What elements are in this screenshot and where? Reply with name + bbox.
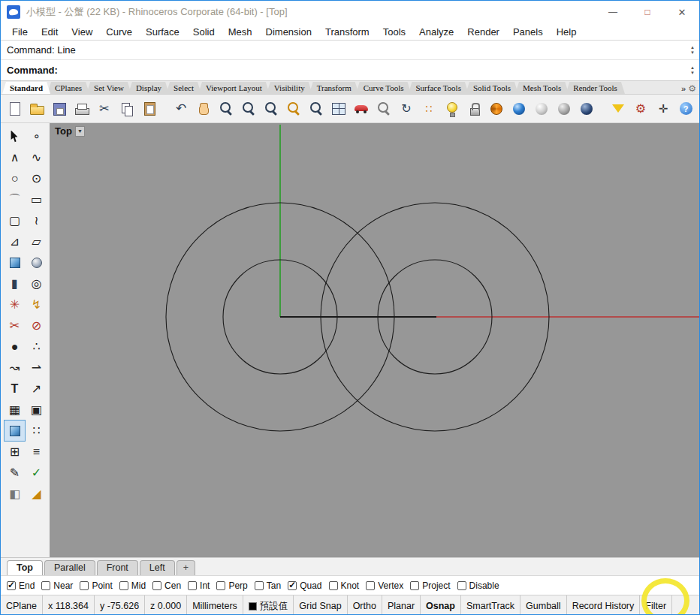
osnap-knot[interactable]: Knot xyxy=(329,580,360,591)
menu-file[interactable]: File xyxy=(5,25,35,39)
trim-tool-icon[interactable]: ✂ xyxy=(5,315,25,336)
boolean-tool-icon[interactable]: ● xyxy=(5,336,25,357)
stack-tool-icon[interactable]: ≡ xyxy=(26,442,47,462)
cut-icon[interactable]: ✂ xyxy=(95,99,114,119)
tab-visibility[interactable]: Visibility xyxy=(267,82,312,94)
display-mode-icon[interactable] xyxy=(374,99,394,119)
osnap-end[interactable]: End xyxy=(7,580,35,591)
viewport-canvas[interactable] xyxy=(50,123,699,557)
rounded-rectangle-tool-icon[interactable]: ▢ xyxy=(5,210,25,231)
osnap-quad[interactable]: Quad xyxy=(288,580,321,591)
split-tool-icon[interactable]: ⊘ xyxy=(26,315,47,336)
tab-standard[interactable]: Standard xyxy=(2,82,50,94)
edit-tool-icon[interactable]: ✎ xyxy=(5,463,25,483)
rendered-display-icon[interactable] xyxy=(509,99,529,119)
tab-select[interactable]: Select xyxy=(166,82,201,94)
quad-checkbox[interactable] xyxy=(288,581,297,590)
viewport-title-text[interactable]: Top xyxy=(55,125,72,137)
command-prompt-text[interactable]: Command: xyxy=(1,65,58,76)
end-checkbox[interactable] xyxy=(7,581,16,590)
arc-tool-icon[interactable]: ⌒ xyxy=(5,189,25,210)
grid-tool-icon[interactable]: ⊞ xyxy=(5,442,25,462)
knot-checkbox[interactable] xyxy=(329,581,338,590)
close-button[interactable]: ✕ xyxy=(665,1,699,23)
osnap-perp[interactable]: Perp xyxy=(216,580,247,591)
tab-solid-tools[interactable]: Solid Tools xyxy=(466,82,518,94)
smarttrack-toggle[interactable]: SmartTrack xyxy=(461,595,520,615)
osnap-disable[interactable]: Disable xyxy=(457,580,499,591)
maximize-button[interactable]: □ xyxy=(630,1,665,23)
viewport-title[interactable]: Top ▼ xyxy=(55,125,85,137)
open-file-icon[interactable] xyxy=(27,99,47,119)
zoom-window-icon[interactable] xyxy=(261,99,281,119)
lamp-icon[interactable] xyxy=(442,99,461,119)
check-tool-icon[interactable]: ✓ xyxy=(26,463,47,483)
blend-curve-tool-icon[interactable]: ↝ xyxy=(5,357,25,378)
project-checkbox[interactable] xyxy=(410,581,419,590)
zoom-selected-icon[interactable] xyxy=(284,99,303,119)
fillet-tool-icon[interactable]: ↯ xyxy=(26,294,47,315)
disable-checkbox[interactable] xyxy=(457,581,466,590)
menu-render[interactable]: Render xyxy=(460,25,506,39)
cplane-button[interactable]: CPlane xyxy=(1,595,43,615)
zoom-extents-icon[interactable] xyxy=(216,99,236,119)
leader-tool-icon[interactable]: ↗ xyxy=(26,378,47,399)
osnap-points-icon[interactable]: ∷ xyxy=(419,99,439,119)
zoom-dynamic-icon[interactable] xyxy=(239,99,258,119)
box-tool-icon[interactable] xyxy=(5,252,25,273)
new-file-icon[interactable] xyxy=(5,99,24,119)
print-icon[interactable] xyxy=(72,99,92,119)
cylinder-tool-icon[interactable]: ▮ xyxy=(5,273,25,294)
zoom-back-icon[interactable] xyxy=(306,99,326,119)
menu-mesh[interactable]: Mesh xyxy=(222,25,259,39)
tab-viewport-layout[interactable]: Viewport Layout xyxy=(198,82,270,94)
curve-tool-icon[interactable]: ∿ xyxy=(26,147,47,167)
menu-curve[interactable]: Curve xyxy=(99,25,139,39)
osnap-near[interactable]: Near xyxy=(41,580,73,591)
mid-checkbox[interactable] xyxy=(119,581,128,590)
circle-center-tool-icon[interactable]: ⊙ xyxy=(26,168,47,188)
rotate-view-icon[interactable]: ↻ xyxy=(397,99,416,119)
gumball-toggle[interactable]: Gumball xyxy=(520,595,567,615)
pan-hand-icon[interactable] xyxy=(194,99,213,119)
viewport-tab-front[interactable]: Front xyxy=(97,560,138,575)
undo-icon[interactable]: ↶ xyxy=(171,99,191,119)
viewport-tab-top[interactable]: Top xyxy=(7,560,43,575)
osnap-project[interactable]: Project xyxy=(410,580,450,591)
spin-up-icon[interactable]: ▲ xyxy=(690,65,695,71)
select-tool-icon[interactable] xyxy=(5,126,25,146)
tab-overflow-chevron[interactable]: » xyxy=(681,84,686,93)
surface-tool-icon[interactable]: ▱ xyxy=(26,231,47,252)
freeform-curve-tool-icon[interactable]: ≀ xyxy=(26,210,47,231)
point-tool-icon[interactable]: ∘ xyxy=(26,126,47,146)
viewport[interactable]: Top ▼ xyxy=(50,123,699,557)
tab-transform[interactable]: Transform xyxy=(309,82,359,94)
units-button[interactable]: Millimeters xyxy=(187,595,243,615)
osnap-cen[interactable]: Cen xyxy=(152,580,181,591)
grid-snap-toggle[interactable]: Grid Snap xyxy=(294,595,347,615)
spin-down-icon[interactable]: ▼ xyxy=(690,71,695,76)
active-box-tool-icon[interactable] xyxy=(5,421,25,441)
viewport-tab-left[interactable]: Left xyxy=(140,560,175,575)
viewport-tab-parallel[interactable]: Parallel xyxy=(44,560,95,575)
menu-help[interactable]: Help xyxy=(550,25,584,39)
extend-tool-icon[interactable]: ⇀ xyxy=(26,357,47,378)
lock-icon[interactable] xyxy=(464,99,484,119)
minimize-button[interactable]: — xyxy=(596,1,630,23)
tab-curve-tools[interactable]: Curve Tools xyxy=(356,82,412,94)
menu-transform[interactable]: Transform xyxy=(318,25,376,39)
text-tool-icon[interactable]: T xyxy=(5,378,25,399)
menu-dimension[interactable]: Dimension xyxy=(259,25,318,39)
tab-surface-tools[interactable]: Surface Tools xyxy=(408,82,468,94)
wedge-tool-icon[interactable]: ◢ xyxy=(26,484,47,504)
help-icon[interactable]: ? xyxy=(676,99,695,119)
shaded-display-icon[interactable] xyxy=(487,99,506,119)
scroll-down-icon[interactable]: ▼ xyxy=(690,50,695,56)
hatch-tool-icon[interactable]: ▦ xyxy=(5,399,25,420)
command-prompt-spinner[interactable]: ▲ ▼ xyxy=(687,60,698,80)
osnap-point[interactable]: Point xyxy=(80,580,112,591)
osnap-mid[interactable]: Mid xyxy=(119,580,146,591)
layer-button[interactable]: 預設值 xyxy=(243,595,294,615)
torus-tool-icon[interactable]: ◎ xyxy=(26,273,47,294)
extrude-tool-icon[interactable]: ⊿ xyxy=(5,231,25,252)
